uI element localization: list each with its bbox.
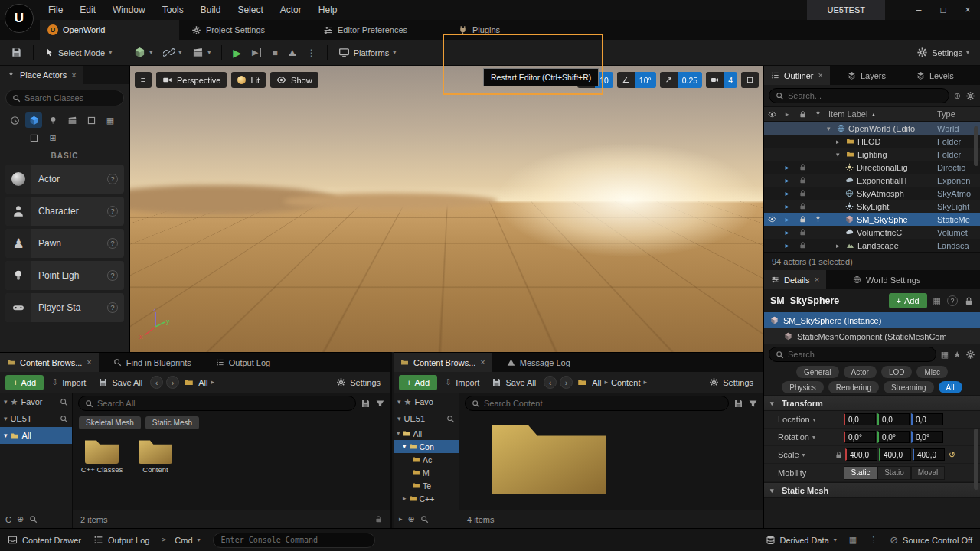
help-badge[interactable]: ? (107, 206, 118, 217)
content-drawer-button[interactable]: Content Drawer (8, 535, 81, 545)
outliner-row-landscape[interactable]: ▸ ▸Landscape Landsca (764, 239, 980, 252)
pilot-icon[interactable]: ▸ (779, 215, 795, 223)
show-flags-button[interactable]: Show (270, 72, 318, 88)
place-actor-item-character[interactable]: Character ? (5, 197, 124, 226)
kebab-icon[interactable]: ⋮ (869, 536, 877, 544)
outliner-row-volumetriccloud[interactable]: ▸ VolumetricCl Volumet (764, 226, 980, 239)
help-icon[interactable]: ? (947, 295, 958, 306)
rotation-y-field[interactable]: 0,0° (877, 431, 910, 443)
tab-details[interactable]: Details × (764, 270, 826, 289)
filter-actor[interactable]: Actor (844, 366, 877, 378)
tab-content-browser-1[interactable]: Content Brows... × (0, 353, 99, 372)
details-search-input[interactable] (769, 347, 936, 362)
lock-icon[interactable] (795, 215, 810, 223)
platforms-button[interactable]: Platforms ▾ (334, 44, 400, 62)
blueprints-button[interactable]: ▾ (158, 44, 186, 62)
tab-outliner[interactable]: Outliner × (764, 66, 830, 85)
cb1-back-button[interactable]: ‹ (150, 376, 163, 389)
expander-icon[interactable]: ▸ (399, 516, 403, 523)
add-content-button[interactable]: ▾ (129, 44, 157, 62)
expander-icon[interactable]: ▸ (836, 242, 843, 249)
level-viewport[interactable]: ≡ Perspective Lit Show ⊞ 10 ∠ 10° (130, 66, 763, 352)
favorites-icon[interactable]: ★ (953, 350, 961, 359)
eject-button[interactable]: ▴ (284, 44, 301, 62)
cb1-breadcrumb-all[interactable]: All (198, 378, 207, 387)
cb1-add-button[interactable]: + Add (5, 375, 44, 390)
pin-icon[interactable] (810, 215, 825, 223)
play-options-button[interactable]: ⋮ (302, 44, 321, 62)
tab-editor-preferences[interactable]: Editor Preferences (315, 20, 415, 40)
play-button[interactable]: ▶ (228, 44, 246, 62)
add-component-button[interactable]: + Add (889, 293, 927, 308)
lock-icon[interactable] (795, 202, 810, 210)
asset-folder-content[interactable]: Content (134, 438, 177, 504)
category-recent-icon[interactable] (6, 112, 23, 128)
cb2-favorites-row[interactable]: ▾ ★ Favo (394, 393, 459, 410)
add-collection-icon[interactable]: ⊕ (408, 515, 415, 523)
menu-select[interactable]: Select (229, 0, 271, 20)
menu-file[interactable]: File (40, 0, 71, 20)
tab-content-browser-2[interactable]: Content Brows... × (394, 353, 492, 372)
menu-actor[interactable]: Actor (272, 0, 310, 20)
cmd-selector[interactable]: >_ Cmd ▾ (162, 536, 200, 545)
type-column[interactable]: Type (937, 109, 980, 119)
rotation-x-field[interactable]: 0,0° (844, 431, 876, 443)
place-actor-item-point-light[interactable]: Point Ligh ? (5, 261, 124, 290)
blueprint-convert-icon[interactable]: ▦ (933, 297, 941, 305)
console-command-input[interactable] (213, 533, 375, 548)
close-icon[interactable]: × (815, 276, 819, 284)
pilot-icon[interactable]: ▸ (779, 228, 795, 236)
lit-mode-button[interactable]: Lit (231, 72, 266, 88)
asset-folder-cpp-classes[interactable]: C++ Classes (80, 438, 123, 504)
cb1-forward-button[interactable]: › (166, 376, 179, 389)
cb1-tree-all[interactable]: ▾ All (0, 427, 72, 444)
category-all-icon[interactable]: ▦ (102, 112, 119, 128)
search-icon[interactable] (446, 415, 455, 423)
cb1-favorites-row[interactable]: ▾ ★ Favor (0, 393, 72, 410)
category-basic-icon[interactable] (25, 112, 42, 128)
outliner-row-skylight[interactable]: ▸ SkyLight SkyLight (764, 200, 980, 213)
asset-folder-large[interactable] (492, 419, 606, 504)
pilot-icon[interactable]: ▸ (779, 189, 795, 197)
lock-icon[interactable] (795, 228, 810, 236)
transform-section-header[interactable]: ▾ Transform (764, 395, 980, 411)
cb2-add-button[interactable]: + Add (399, 375, 437, 390)
cb2-save-all-button[interactable]: Save All (487, 373, 541, 392)
lock-column-icon[interactable] (795, 110, 810, 119)
cinematics-button[interactable]: ▾ (188, 44, 215, 62)
tab-levels[interactable]: Levels (910, 66, 961, 85)
mobility-movable[interactable]: Moval (911, 466, 945, 480)
filter-all[interactable]: All (939, 381, 962, 393)
scale-x-field[interactable]: 400,0 (845, 448, 877, 461)
help-badge[interactable]: ? (107, 238, 118, 249)
toolbar-settings-button[interactable]: Settings ▾ (912, 44, 974, 62)
search-icon[interactable] (60, 398, 68, 406)
cb2-tree-cpp[interactable]: ▸ C++ (394, 492, 459, 505)
expander-icon[interactable]: ▾ (827, 125, 834, 132)
filter-pill-skeletal-mesh[interactable]: Skeletal Mesh (79, 416, 141, 429)
menu-help[interactable]: Help (310, 0, 346, 20)
display-options-icon[interactable]: ▦ (941, 350, 949, 359)
save-current-level-button[interactable] (6, 44, 27, 62)
filter-lod[interactable]: LOD (881, 366, 913, 378)
pin-column-icon[interactable] (810, 110, 825, 119)
cb2-tree-all[interactable]: ▾ All (394, 427, 459, 440)
add-filter-icon[interactable]: ⊕ (954, 92, 961, 100)
location-x-field[interactable]: 0,0 (844, 413, 876, 425)
viewport-menu-button[interactable]: ≡ (135, 72, 152, 88)
location-y-field[interactable]: 0,0 (877, 413, 910, 425)
search-icon[interactable] (420, 515, 429, 523)
outliner-row-heightfog[interactable]: ▸ ExponentialH Exponen (764, 174, 980, 187)
help-badge[interactable]: ? (107, 302, 118, 313)
tab-openworld[interactable]: U OpenWorld (40, 20, 179, 40)
category-geometry-icon[interactable] (25, 130, 42, 145)
cb2-tree-item[interactable]: Te (394, 479, 459, 492)
place-actor-item-pawn[interactable]: ♟ Pawn ? (5, 229, 124, 258)
static-mesh-section-header[interactable]: ▾ Static Mesh (764, 482, 980, 498)
category-shapes-icon[interactable] (6, 130, 23, 145)
cb1-project-row[interactable]: ▾ UE5T (0, 410, 72, 427)
pilot-column-icon[interactable]: ▸ (779, 111, 795, 118)
tab-world-settings[interactable]: World Settings (846, 270, 927, 289)
outliner-scrollbar[interactable] (974, 126, 978, 166)
save-search-icon[interactable] (733, 399, 743, 409)
